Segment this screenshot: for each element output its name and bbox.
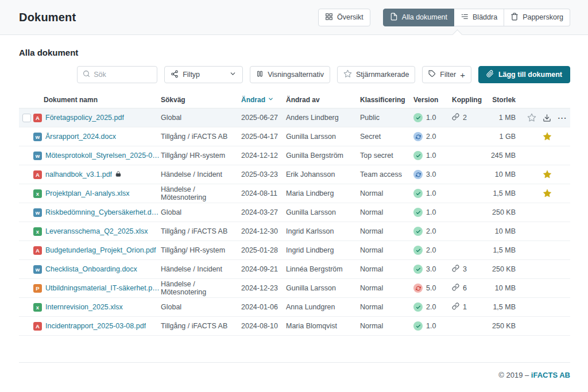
search-field[interactable] (77, 66, 157, 83)
star-filled-icon[interactable] (543, 132, 552, 141)
link-icon (452, 113, 459, 122)
column-header-dokument-namn[interactable]: Dokument namn (19, 96, 161, 104)
version-cell: 2.0 (413, 246, 451, 255)
check-icon (416, 153, 421, 158)
size-cell: 250 KB (483, 265, 516, 273)
size-cell: 10 MB (483, 170, 516, 178)
table-row[interactable]: x Internrevision_2025.xlsx Global 2024-0… (19, 298, 570, 317)
version-number: 2.0 (426, 227, 436, 235)
document-link[interactable]: Leveransschema_Q2_2025.xlsx (45, 227, 148, 235)
path-cell: Tillgång / iFACTS AB (161, 227, 241, 235)
document-link[interactable]: Företagspolicy_2025.pdf (45, 114, 124, 122)
version-cell: 3.0 (413, 170, 451, 179)
more-actions-button[interactable]: ··· (555, 114, 570, 122)
links-cell: 6 (451, 284, 483, 293)
version-number: 3.0 (426, 170, 436, 178)
version-cell: 5.0 (413, 284, 451, 293)
version-state-icon (413, 208, 423, 217)
download-icon[interactable] (543, 114, 551, 122)
classification-cell: Normal (360, 322, 413, 330)
check-icon (416, 324, 421, 329)
document-link[interactable]: Internrevision_2025.xlsx (45, 303, 123, 311)
footer-divider (19, 362, 570, 363)
path-cell: Händelse / Mötesnotering (161, 185, 241, 201)
document-link[interactable]: Riskbedömning_Cybersäkerhet.docx (45, 208, 161, 216)
company-link[interactable]: iFACTS AB (531, 371, 570, 379)
tab-bladdra[interactable]: Bläddra (454, 9, 504, 26)
row-checkbox[interactable] (22, 114, 31, 122)
classification-cell: Normal (360, 227, 413, 235)
document-link[interactable]: Incidentrapport_2025-03-08.pdf (45, 322, 146, 330)
table-row[interactable]: A nalhandbok_v3.1.pdf Händelse / Inciden… (19, 165, 570, 184)
document-name-cell: P Utbildningsmaterial_IT-säkerhet.pptx (19, 284, 161, 293)
search-input[interactable] (94, 71, 152, 79)
table-row[interactable]: x Projektplan_AI-analys.xlsx Händelse / … (19, 184, 570, 203)
document-link[interactable]: Utbildningsmaterial_IT-säkerhet.pptx (45, 284, 161, 292)
document-link[interactable]: Checklista_Onboarding.docx (45, 265, 137, 273)
column-header-sokvag[interactable]: Sökväg (161, 96, 241, 104)
column-header-version[interactable]: Version (413, 96, 451, 104)
file-type-icon: A (33, 114, 42, 122)
file-type-icon: x (33, 227, 42, 236)
modified-by-cell: Gunilla Bergström (286, 152, 360, 160)
table-row[interactable]: w Mötesprotokoll_Styrelsen_2025-02... Ti… (19, 146, 570, 165)
table-row[interactable]: P Utbildningsmaterial_IT-säkerhet.pptx H… (19, 279, 570, 298)
document-link[interactable]: nalhandbok_v3.1.pdf (45, 170, 112, 178)
table-row[interactable]: w Årsrapport_2024.docx Tillgång / iFACTS… (19, 127, 570, 146)
version-cell: 2.0 (413, 302, 451, 312)
size-cell: 250 KB (483, 322, 516, 330)
column-header-storlek[interactable]: Storlek (483, 96, 516, 104)
modified-by-cell: Anna Lundgren (286, 303, 360, 311)
classification-cell: Normal (360, 303, 413, 311)
tab-papperskorg[interactable]: Papperskorg (504, 9, 570, 26)
tab-alla-dokument[interactable]: Alla dokument (383, 9, 454, 26)
table-row[interactable]: A Budgetunderlag_Projekt_Orion.pdf Tillg… (19, 241, 570, 260)
row-actions: ··· (516, 170, 570, 179)
document-link[interactable]: Budgetunderlag_Projekt_Orion.pdf (45, 246, 156, 254)
version-number: 1.0 (426, 322, 436, 330)
column-header-andrad-av[interactable]: Ändrad av (286, 96, 360, 104)
size-cell: 1 GB (483, 133, 516, 141)
table-row[interactable]: x Leveransschema_Q2_2025.xlsx Tillgång /… (19, 222, 570, 241)
document-name-cell: A Incidentrapport_2025-03-08.pdf (19, 322, 161, 331)
plus-icon: + (460, 71, 465, 79)
document-name-cell: w Riskbedömning_Cybersäkerhet.docx (19, 208, 161, 217)
document-link[interactable]: Projektplan_AI-analys.xlsx (45, 189, 130, 197)
check-icon (416, 229, 421, 234)
link-icon (452, 302, 459, 312)
starred-filter-button[interactable]: Stjärnmarkerade (337, 66, 415, 83)
link-icon (452, 284, 459, 293)
version-state-icon (413, 284, 423, 293)
table-row[interactable]: A Företagspolicy_2025.pdf Global 2025-06… (19, 108, 570, 127)
document-name-cell: w Checklista_Onboarding.docx (19, 265, 161, 274)
table-row[interactable]: w Riskbedömning_Cybersäkerhet.docx Globa… (19, 203, 570, 222)
size-cell: 1,5 MB (483, 246, 516, 254)
view-options-button[interactable]: Visningsalternativ (250, 66, 330, 83)
column-header-koppling[interactable]: Koppling (451, 96, 483, 104)
links-cell: 3 (451, 265, 483, 274)
column-header-andrad[interactable]: Ändrad (241, 96, 286, 104)
refresh-icon (416, 286, 421, 291)
star-filled-icon[interactable] (543, 170, 552, 179)
add-document-button[interactable]: Lägg till dokument (478, 66, 570, 83)
table-row[interactable]: w Checklista_Onboarding.docx Händelse / … (19, 260, 570, 279)
document-link[interactable]: Årsrapport_2024.docx (45, 133, 116, 141)
filetype-select[interactable]: Filtyp (164, 66, 243, 83)
chevron-down-icon (229, 70, 237, 79)
star-icon[interactable] (527, 113, 536, 122)
filter-button[interactable]: Filter + (422, 66, 471, 83)
file-type-icon: x (33, 303, 42, 312)
share-icon (171, 70, 179, 80)
version-cell: 2.0 (413, 227, 451, 236)
classification-cell: Normal (360, 284, 413, 292)
classification-cell: Normal (360, 246, 413, 254)
document-link[interactable]: Mötesprotokoll_Styrelsen_2025-02... (45, 152, 161, 160)
tab-oversikt[interactable]: Översikt (318, 9, 370, 26)
star-filled-icon[interactable] (543, 189, 552, 198)
trash-icon (510, 13, 519, 22)
version-cell: 1.0 (413, 151, 451, 160)
table-row[interactable]: A Incidentrapport_2025-03-08.pdf Tillgån… (19, 317, 570, 336)
column-header-klassificering[interactable]: Klassificering (360, 96, 413, 104)
modified-cell: 2025-03-23 (241, 170, 286, 178)
modified-by-cell: Gunilla Larsson (286, 208, 360, 216)
